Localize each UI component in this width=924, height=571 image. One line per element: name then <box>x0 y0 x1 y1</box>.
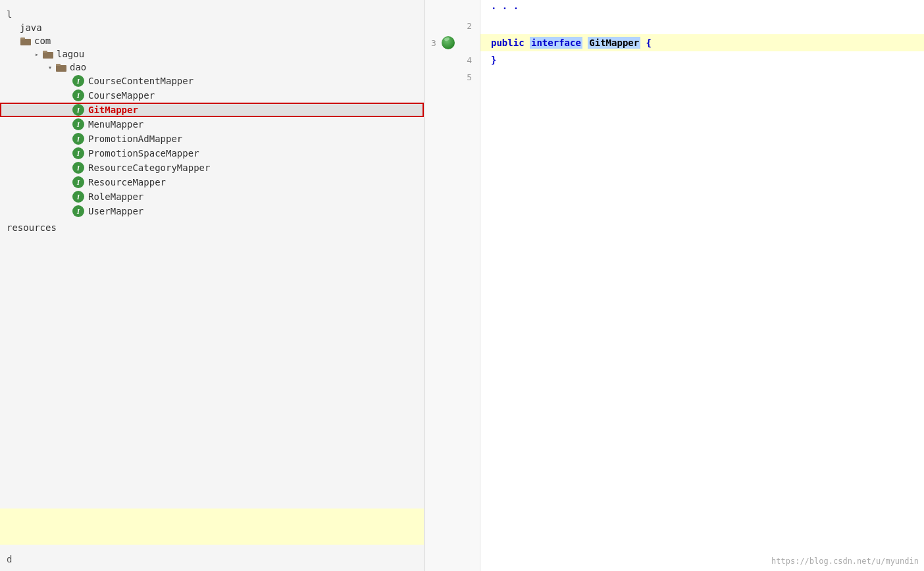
tree-item-promotion-space-mapper[interactable]: I PromotionSpaceMapper <box>0 146 424 161</box>
tree-item-java[interactable]: java <box>0 21 424 34</box>
code-line-2 <box>480 17 924 34</box>
interface-badge-role: I <box>72 191 84 203</box>
code-line-3: public interface GitMapper { <box>480 34 924 51</box>
tree-item-promotion-ad-mapper[interactable]: I PromotionAdMapper <box>0 132 424 146</box>
tree-item-lagou[interactable]: ▸ lagou <box>0 47 424 61</box>
interface-badge-resource-category: I <box>72 162 84 174</box>
line-icon-3 <box>442 36 455 49</box>
folder-icon-lagou <box>42 49 54 59</box>
svg-rect-4 <box>56 65 66 72</box>
tree-item-user-mapper[interactable]: I UserMapper <box>0 204 424 218</box>
interface-badge-resource: I <box>72 176 84 188</box>
interface-badge-promotion-ad: I <box>72 133 84 145</box>
interface-badge-course-content: I <box>72 75 84 87</box>
tree-item-course-content-mapper[interactable]: I CourseContentMapper <box>0 74 424 88</box>
folder-icon-com <box>20 36 32 45</box>
line-number-4: 4 <box>467 55 472 65</box>
file-tree-panel: l java com ▸ lagou ▾ <box>0 0 424 571</box>
tree-item-menu-mapper[interactable]: I MenuMapper <box>0 117 424 132</box>
tree-item-resource-mapper[interactable]: I ResourceMapper <box>0 175 424 189</box>
partial-bottom-text: d <box>0 554 12 564</box>
keyword-interface: interface <box>530 37 582 49</box>
tree-item-course-mapper[interactable]: I CourseMapper <box>0 88 424 103</box>
line-row-5: 5 <box>424 68 480 86</box>
class-name-gitmapper: GitMapper <box>588 37 640 49</box>
tree-item-resource-category-mapper[interactable]: I ResourceCategoryMapper <box>0 161 424 175</box>
line-number-5: 5 <box>467 72 472 82</box>
partial-code-text: · · · <box>491 3 519 14</box>
line-row-1 <box>424 0 480 17</box>
line-row-3: 3 <box>424 34 480 51</box>
watermark: https://blog.csdn.net/u/myundin <box>771 557 919 566</box>
code-editor-panel: · · · public interface GitMapper { } <box>480 0 924 571</box>
interface-badge-menu: I <box>72 118 84 130</box>
svg-rect-5 <box>56 64 61 66</box>
resources-text: resources <box>0 218 424 237</box>
interface-badge-user: I <box>72 205 84 217</box>
line-number-gutter: 2 3 4 5 <box>424 0 480 571</box>
interface-badge-promotion-space: I <box>72 147 84 159</box>
close-brace: } <box>491 55 496 65</box>
line-number-2: 2 <box>467 21 472 31</box>
svg-rect-0 <box>20 39 31 45</box>
folder-icon-dao <box>55 62 67 72</box>
tree-item-dao[interactable]: ▾ dao <box>0 61 424 74</box>
line-row-2: 2 <box>424 17 480 34</box>
svg-rect-3 <box>43 51 47 53</box>
tree-item-role-mapper[interactable]: I RoleMapper <box>0 189 424 204</box>
tree-item-git-mapper[interactable]: I GitMapper <box>0 103 424 117</box>
main-content: l java com ▸ lagou ▾ <box>0 0 924 571</box>
line-row-4: 4 <box>424 51 480 68</box>
interface-badge-course: I <box>72 89 84 101</box>
chevron-right-icon: ▸ <box>33 50 41 58</box>
bottom-yellow-area <box>0 509 424 545</box>
interface-badge-git: I <box>72 104 84 116</box>
line-number-3: 3 <box>431 38 436 48</box>
svg-rect-2 <box>43 52 53 59</box>
tree-item-com[interactable]: com <box>0 34 424 47</box>
code-line-4: } <box>480 51 924 68</box>
code-line-top-partial: · · · <box>480 0 924 17</box>
chevron-down-icon: ▾ <box>46 63 54 71</box>
partial-top-text: l <box>0 7 424 21</box>
open-brace: { <box>646 37 652 48</box>
code-line-5 <box>480 68 924 86</box>
keyword-public: public <box>491 37 530 48</box>
svg-rect-1 <box>20 37 25 39</box>
